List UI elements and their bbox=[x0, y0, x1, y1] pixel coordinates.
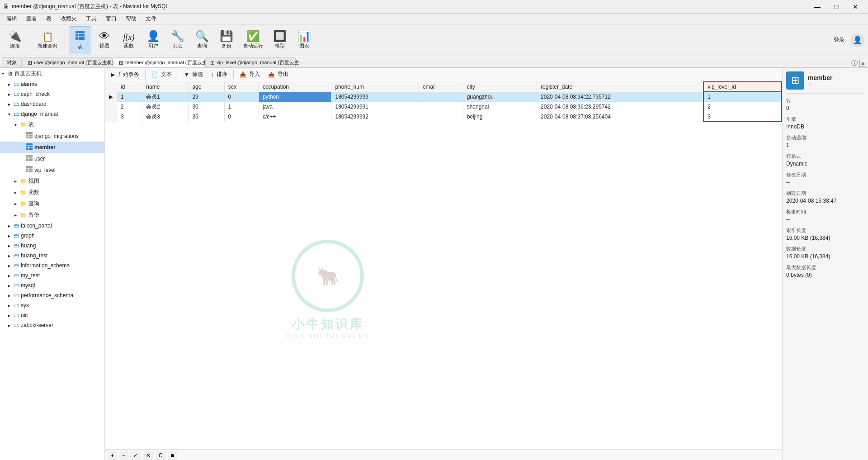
cell-0-city[interactable]: guangzhou bbox=[463, 92, 537, 102]
stb-btn-开始事务[interactable]: ▶开始事务 bbox=[108, 69, 142, 80]
toolbar-视图[interactable]: 👁视图 bbox=[93, 26, 116, 54]
sidebar-item-备份[interactable]: ▸📁备份 bbox=[0, 209, 104, 221]
maximize-button[interactable]: □ bbox=[827, 0, 845, 13]
sidebar-item-百度云主机[interactable]: ▾🖥百度云主机 bbox=[0, 68, 104, 79]
cell-0-occupation[interactable]: python bbox=[259, 92, 331, 102]
cell-0-phone_num[interactable]: 18054299999 bbox=[331, 92, 419, 102]
stop-btn[interactable]: ■ bbox=[168, 451, 177, 460]
sidebar-item-graph[interactable]: ▸🗃graph bbox=[0, 231, 104, 241]
th-name[interactable]: name bbox=[142, 82, 189, 92]
th-vip_level_id[interactable]: vip_level_id bbox=[703, 82, 782, 92]
add-row-btn[interactable]: + bbox=[108, 451, 117, 460]
cell-0-age[interactable]: 29 bbox=[189, 92, 224, 102]
cell-1-register_date[interactable]: 2020-04-08 08:36:23.295742 bbox=[537, 102, 704, 112]
discard-btn[interactable]: ✕ bbox=[143, 451, 154, 460]
confirm-btn[interactable]: ✓ bbox=[130, 451, 141, 460]
menu-item-帮助[interactable]: 帮助 bbox=[121, 14, 141, 24]
menu-item-编辑[interactable]: 编辑 bbox=[2, 14, 22, 24]
cell-0-email[interactable] bbox=[419, 92, 463, 102]
th-phone_num[interactable]: phone_num bbox=[331, 82, 419, 92]
menu-item-文件[interactable]: 文件 bbox=[141, 14, 161, 24]
sidebar-item-performance_schema[interactable]: ▸🗃performance_schema bbox=[0, 290, 104, 300]
th-age[interactable]: age bbox=[189, 82, 224, 92]
toolbar-自动运行[interactable]: ✅自动运行 bbox=[240, 26, 267, 54]
cell-2-register_date[interactable]: 2020-04-08 08:37:08.256404 bbox=[537, 112, 704, 122]
toolbar-备份[interactable]: 💾备份 bbox=[215, 26, 238, 54]
sidebar-item-alarms[interactable]: ▸🗃alarms bbox=[0, 79, 104, 89]
th-city[interactable]: city bbox=[463, 82, 537, 92]
cell-1-city[interactable]: shanghai bbox=[463, 102, 537, 112]
cell-2-city[interactable]: beijing bbox=[463, 112, 537, 122]
cell-1-name[interactable]: 会员2 bbox=[142, 102, 189, 112]
menu-item-窗口[interactable]: 窗口 bbox=[101, 14, 121, 24]
sidebar-item-zabbix-server[interactable]: ▸🗃zabbix-server bbox=[0, 320, 104, 330]
toolbar-查询[interactable]: 🔍查询 bbox=[191, 26, 213, 54]
sidebar-item-视图[interactable]: ▸📁视图 bbox=[0, 175, 104, 187]
stb-btn-导入[interactable]: 📥导入 bbox=[236, 69, 263, 80]
table-row[interactable]: 2会员2301java18054299991shanghai2020-04-08… bbox=[105, 102, 782, 112]
th-email[interactable]: email bbox=[419, 82, 463, 92]
login-button[interactable]: 登录 bbox=[829, 34, 849, 46]
sidebar-item-django_manual[interactable]: ▾🗃django_manual bbox=[0, 109, 104, 119]
toolbar-图表[interactable]: 📊图表 bbox=[293, 26, 316, 54]
menu-item-工具[interactable]: 工具 bbox=[81, 14, 101, 24]
remove-row-btn[interactable]: − bbox=[119, 451, 128, 460]
toolbar-新建查询[interactable]: 📋新建查询 bbox=[34, 26, 61, 54]
cell-0-vip_level_id[interactable]: 1 bbox=[703, 92, 782, 102]
tab-2[interactable]: ⊞member @django_manual (百度云主… bbox=[114, 57, 204, 68]
tab-3[interactable]: ⊞vip_level @django_manual (百度云主… bbox=[205, 57, 296, 67]
cell-1-email[interactable] bbox=[419, 102, 463, 112]
tab-1[interactable]: ⊞user @django_manual (百度云主机) -... bbox=[23, 57, 113, 67]
info-icon[interactable]: ⓘ bbox=[851, 59, 858, 67]
sidebar-item-my_test[interactable]: ▸🗃my_test bbox=[0, 270, 104, 280]
toolbar-其它[interactable]: 🔧其它 bbox=[166, 26, 189, 54]
tab-0[interactable]: 对象 bbox=[2, 57, 22, 67]
cell-0-name[interactable]: 会员1 bbox=[142, 92, 189, 102]
sidebar-item-falcon_portal[interactable]: ▸🗃falcon_portal bbox=[0, 221, 104, 231]
sidebar-item-information_schema[interactable]: ▸🗃information_schema bbox=[0, 261, 104, 270]
cell-0-id[interactable]: 1 bbox=[117, 92, 142, 102]
menu-item-收藏夹[interactable]: 收藏夹 bbox=[56, 14, 81, 24]
close-button[interactable]: ✕ bbox=[846, 0, 864, 13]
stb-btn-文本[interactable]: 📄文本 bbox=[148, 69, 175, 80]
refresh-btn[interactable]: C bbox=[156, 451, 166, 460]
menu-item-查看[interactable]: 查看 bbox=[22, 14, 42, 24]
th-occupation[interactable]: occupation bbox=[259, 82, 331, 92]
sidebar-item-django_migrations[interactable]: django_migrations bbox=[0, 130, 104, 142]
sidebar-item-mysql[interactable]: ▸🗃mysql bbox=[0, 280, 104, 290]
toolbar-表[interactable]: 表 bbox=[69, 26, 91, 54]
cell-2-occupation[interactable]: c/c++ bbox=[259, 112, 331, 122]
toolbar-模型[interactable]: 🔲模型 bbox=[269, 26, 291, 54]
cell-2-name[interactable]: 会员3 bbox=[142, 112, 189, 122]
sidebar-item-huang[interactable]: ▸🗃huang bbox=[0, 241, 104, 251]
cell-1-id[interactable]: 2 bbox=[117, 102, 142, 112]
cell-0-register_date[interactable]: 2020-04-08 08:34:22.735712 bbox=[537, 92, 704, 102]
cell-0-sex[interactable]: 0 bbox=[224, 92, 259, 102]
cell-1-age[interactable]: 30 bbox=[189, 102, 224, 112]
cell-1-sex[interactable]: 1 bbox=[224, 102, 259, 112]
cell-2-phone_num[interactable]: 18054299992 bbox=[331, 112, 419, 122]
menu-item-表[interactable]: 表 bbox=[42, 14, 56, 24]
toolbar-函数[interactable]: f(x)函数 bbox=[118, 26, 140, 54]
cell-2-sex[interactable]: 0 bbox=[224, 112, 259, 122]
sidebar-item-查询[interactable]: ▸📁查询 bbox=[0, 198, 104, 209]
sidebar-item-ceph_check[interactable]: ▸🗃ceph_check bbox=[0, 89, 104, 99]
minimize-button[interactable]: — bbox=[808, 0, 826, 13]
sidebar-item-函数[interactable]: ▸📁函数 bbox=[0, 187, 104, 198]
th-id[interactable]: id bbox=[117, 82, 142, 92]
stb-btn-排序[interactable]: ↕排序 bbox=[208, 69, 231, 80]
table-row[interactable]: 3会员3350c/c++18054299992beijing2020-04-08… bbox=[105, 112, 782, 122]
sidebar-item-dashboard[interactable]: ▸🗃dashboard bbox=[0, 99, 104, 109]
sidebar-item-表[interactable]: ▾📁表 bbox=[0, 119, 104, 130]
cell-1-occupation[interactable]: java bbox=[259, 102, 331, 112]
cell-1-vip_level_id[interactable]: 2 bbox=[703, 102, 782, 112]
sidebar-item-vip_level[interactable]: vip_level bbox=[0, 164, 104, 175]
data-table-wrap[interactable]: idnameagesexoccupationphone_numemailcity… bbox=[105, 81, 782, 449]
cell-2-age[interactable]: 35 bbox=[189, 112, 224, 122]
sidebar-item-huang_test[interactable]: ▸🗃huang_test bbox=[0, 251, 104, 261]
sidebar-item-uic[interactable]: ▸🗃uic bbox=[0, 310, 104, 320]
toolbar-用户[interactable]: 👤用户 bbox=[142, 26, 165, 54]
th-sex[interactable]: sex bbox=[224, 82, 259, 92]
stb-btn-筛选[interactable]: ▼筛选 bbox=[181, 69, 206, 80]
sidebar-item-sys[interactable]: ▸🗃sys bbox=[0, 300, 104, 310]
